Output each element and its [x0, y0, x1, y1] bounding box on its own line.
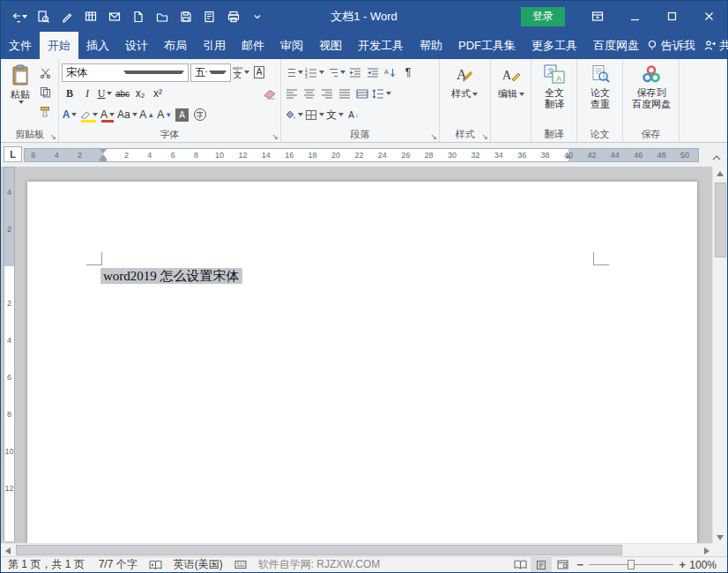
- clipboard-dialog-launcher[interactable]: ↘: [49, 132, 56, 141]
- paragraph-dialog-launcher[interactable]: ↘: [430, 132, 437, 141]
- vertical-scrollbar[interactable]: [712, 167, 727, 545]
- tab-selector[interactable]: L: [4, 146, 22, 162]
- editing-button[interactable]: A 编辑: [494, 62, 529, 127]
- ime-status-icon[interactable]: [230, 560, 251, 569]
- az-sort-button[interactable]: A↓: [345, 106, 361, 123]
- maximize-button[interactable]: [653, 1, 690, 32]
- undo-button[interactable]: [11, 7, 27, 26]
- highlight-color-button[interactable]: [79, 106, 98, 123]
- italic-button[interactable]: I: [79, 85, 95, 102]
- zoom-in-button[interactable]: +: [675, 558, 689, 571]
- tab-邮件[interactable]: 邮件: [234, 32, 272, 59]
- login-button[interactable]: 登录: [521, 7, 565, 26]
- ink-pen-button[interactable]: [59, 7, 75, 26]
- language-indicator[interactable]: 英语(美国): [167, 557, 230, 572]
- print-preview-edit-button[interactable]: [35, 7, 51, 26]
- tab-百度网盘[interactable]: 百度网盘: [585, 32, 647, 59]
- open-button[interactable]: [154, 7, 170, 26]
- print-layout-button[interactable]: [531, 557, 552, 572]
- tab-开发工具[interactable]: 开发工具: [350, 32, 412, 59]
- font-name-select[interactable]: 宋体: [62, 63, 189, 82]
- paper-check-button[interactable]: 论文 查重: [580, 62, 620, 127]
- show-hide-marks-button[interactable]: ¶: [400, 63, 416, 81]
- print-preview-button[interactable]: [202, 7, 218, 26]
- new-document-button[interactable]: [130, 7, 146, 26]
- scroll-right-arrow[interactable]: [704, 547, 709, 554]
- align-right-button[interactable]: [319, 85, 335, 102]
- decrease-indent-button[interactable]: [347, 63, 363, 81]
- horizontal-scrollbar[interactable]: [1, 543, 714, 556]
- tab-引用[interactable]: 引用: [195, 32, 234, 59]
- distribute-button[interactable]: [354, 85, 370, 102]
- scroll-left-arrow[interactable]: [5, 547, 11, 554]
- first-line-indent-marker[interactable]: [100, 149, 107, 153]
- scroll-down-arrow[interactable]: [717, 535, 724, 540]
- shading-button[interactable]: [284, 106, 303, 123]
- share-button[interactable]: 共享: [704, 38, 728, 54]
- read-mode-button[interactable]: [509, 557, 531, 572]
- zoom-slider[interactable]: [589, 557, 673, 572]
- enclose-characters-button[interactable]: 字: [192, 106, 208, 123]
- align-center-button[interactable]: [301, 85, 317, 102]
- proofing-status-icon[interactable]: [145, 560, 167, 570]
- copy-button[interactable]: [37, 83, 53, 100]
- phonetic-guide-button[interactable]: wén文: [233, 63, 249, 81]
- strikethrough-button[interactable]: abc: [115, 85, 130, 102]
- tab-布局[interactable]: 布局: [156, 32, 195, 59]
- cut-button[interactable]: [37, 63, 53, 81]
- font-size-select[interactable]: 五号: [190, 63, 231, 82]
- vertical-ruler[interactable]: 4224681012: [4, 167, 15, 540]
- tab-帮助[interactable]: 帮助: [412, 32, 450, 59]
- zoom-slider-thumb[interactable]: [628, 560, 635, 569]
- bold-button[interactable]: B: [62, 85, 78, 102]
- tab-开始[interactable]: 开始: [40, 32, 78, 59]
- close-button[interactable]: [690, 1, 727, 32]
- tab-file[interactable]: 文件: [1, 32, 40, 59]
- zoom-level[interactable]: 100%: [689, 559, 727, 571]
- align-left-button[interactable]: [284, 85, 300, 102]
- sort-button[interactable]: A: [383, 63, 398, 81]
- vertical-scroll-thumb[interactable]: [715, 182, 726, 257]
- word-count[interactable]: 7/7 个字: [92, 557, 145, 572]
- font-color-button[interactable]: A: [100, 106, 115, 123]
- multilevel-list-button[interactable]: [326, 63, 345, 81]
- ribbon-display-options-button[interactable]: [579, 1, 616, 32]
- horizontal-scroll-thumb[interactable]: [16, 545, 622, 555]
- styles-button[interactable]: A 样式: [442, 62, 487, 127]
- tab-审阅[interactable]: 审阅: [272, 32, 311, 59]
- clear-formatting-button[interactable]: [262, 85, 278, 102]
- left-indent-marker[interactable]: [100, 159, 107, 161]
- save-to-netdisk-button[interactable]: 保存到 百度网盘: [626, 62, 677, 127]
- tab-视图[interactable]: 视图: [311, 32, 350, 59]
- numbering-button[interactable]: 123: [305, 63, 324, 81]
- tell-me-button[interactable]: 告诉我: [647, 38, 695, 54]
- zoom-out-button[interactable]: −: [573, 558, 587, 571]
- subscript-button[interactable]: x₂: [132, 85, 148, 102]
- tab-设计[interactable]: 设计: [117, 32, 156, 59]
- page-indicator[interactable]: 第 1 页，共 1 页: [1, 557, 92, 572]
- tab-插入[interactable]: 插入: [78, 32, 117, 59]
- asian-layout-button[interactable]: 文: [326, 106, 344, 123]
- character-border-button[interactable]: A: [251, 63, 267, 81]
- font-dialog-launcher[interactable]: ↘: [271, 132, 279, 141]
- save-button[interactable]: [178, 7, 194, 26]
- draw-table-button[interactable]: [83, 7, 99, 26]
- justify-button[interactable]: [337, 85, 353, 102]
- line-spacing-button[interactable]: [372, 85, 391, 102]
- bullets-button[interactable]: [284, 63, 303, 81]
- borders-button[interactable]: [305, 106, 324, 123]
- selected-text[interactable]: word2019 怎么设置宋体: [100, 268, 242, 284]
- shrink-font-button[interactable]: A▼: [157, 106, 173, 123]
- full-text-translate-button[interactable]: 文A 全文 翻译: [534, 62, 575, 127]
- tab-更多工具[interactable]: 更多工具: [524, 32, 585, 59]
- styles-dialog-launcher[interactable]: ↘: [481, 132, 488, 141]
- grow-font-button[interactable]: A▲: [139, 106, 155, 123]
- horizontal-ruler[interactable]: 6422468101214161820222426283032343638404…: [24, 148, 699, 162]
- format-painter-button[interactable]: [37, 102, 53, 120]
- minimize-button[interactable]: [616, 1, 653, 32]
- web-layout-button[interactable]: [552, 557, 573, 572]
- text-effects-button[interactable]: A: [62, 106, 78, 123]
- mail-button[interactable]: [107, 7, 123, 26]
- collapse-ribbon-button[interactable]: [711, 149, 722, 165]
- tab-PDF工具集[interactable]: PDF工具集: [450, 32, 524, 59]
